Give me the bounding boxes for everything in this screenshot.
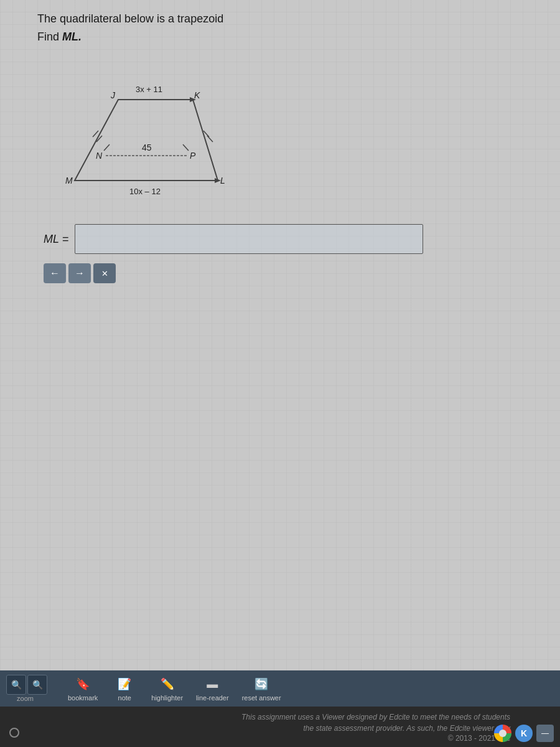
bookmark-icon: 🔖 bbox=[74, 675, 91, 693]
ml-equals-label: ML = bbox=[44, 233, 68, 246]
reset-icon: 🔄 bbox=[253, 675, 270, 693]
zoom-out-button[interactable]: 🔍 bbox=[6, 675, 26, 695]
line-reader-icon: ▬ bbox=[203, 675, 221, 693]
zoom-out-icon: 🔍 bbox=[11, 680, 22, 690]
footer-text-1: This assignment uses a Viewer designed b… bbox=[241, 712, 510, 723]
clear-button[interactable]: ✕ bbox=[93, 263, 116, 283]
note-label: note bbox=[118, 694, 131, 702]
answer-input[interactable] bbox=[75, 224, 423, 254]
note-tool[interactable]: 📝 note bbox=[106, 673, 143, 704]
minimize-icon[interactable]: — bbox=[536, 725, 554, 742]
k-label: K bbox=[521, 728, 527, 738]
note-icon: 📝 bbox=[116, 675, 133, 693]
chrome-icon[interactable] bbox=[494, 725, 511, 742]
vertex-n: N bbox=[96, 151, 103, 161]
nav-buttons: ← → ✕ bbox=[44, 263, 523, 283]
bookmark-tool[interactable]: 🔖 bookmark bbox=[63, 673, 103, 704]
toolbar: 🔍 🔍 zoom 🔖 bookmark 📝 note ✏️ highlighte… bbox=[0, 670, 560, 707]
footer-text-2: the state assessment provider. As such, … bbox=[241, 723, 510, 734]
inner-tick-left bbox=[104, 144, 110, 151]
k-icon[interactable]: K bbox=[515, 725, 533, 742]
answer-section: ML = bbox=[44, 224, 523, 254]
highlighter-tool[interactable]: ✏️ highlighter bbox=[146, 673, 188, 704]
footer-bar: This assignment uses a Viewer designed b… bbox=[0, 707, 560, 747]
highlighter-icon: ✏️ bbox=[159, 675, 176, 693]
tick-right-1 bbox=[207, 136, 213, 142]
copyright-text: © 2013 - 2021 Edc bbox=[241, 734, 510, 743]
find-label: Find bbox=[37, 31, 62, 43]
angle-label: 45 bbox=[142, 143, 152, 153]
line-reader-label: line-reader bbox=[196, 694, 229, 702]
zoom-in-icon: 🔍 bbox=[32, 680, 43, 690]
bookmark-label: bookmark bbox=[68, 694, 98, 702]
inner-tick-right bbox=[183, 144, 189, 151]
problem-title: The quadrilateral below is a trapezoid bbox=[37, 12, 523, 26]
vertex-k: K bbox=[194, 90, 200, 100]
forward-button[interactable]: → bbox=[68, 263, 91, 283]
problem-subtitle: Find ML. bbox=[37, 31, 523, 44]
radio-button[interactable] bbox=[9, 728, 19, 738]
question-container: The quadrilateral below is a trapezoid F… bbox=[37, 12, 523, 283]
zoom-section: 🔍 🔍 zoom bbox=[6, 675, 54, 702]
vertex-p: P bbox=[190, 151, 196, 161]
highlighter-label: highlighter bbox=[151, 694, 183, 702]
zoom-in-button[interactable]: 🔍 bbox=[27, 675, 47, 695]
chrome-inner-circle bbox=[499, 730, 506, 737]
ml-find: ML. bbox=[62, 31, 82, 43]
vertex-l: L bbox=[220, 176, 225, 186]
trapezoid-shape bbox=[75, 100, 218, 181]
bottom-icons: K — bbox=[494, 725, 554, 742]
tick-left-1 bbox=[93, 131, 98, 137]
reset-answer-tool[interactable]: 🔄 reset answer bbox=[237, 673, 286, 704]
diagram-area: J K L M N P 3x + 11 10x – 12 45 bbox=[56, 56, 255, 205]
trapezoid-diagram: J K L M N P 3x + 11 10x – 12 45 bbox=[56, 56, 255, 205]
content-area: The quadrilateral below is a trapezoid F… bbox=[0, 0, 560, 672]
x-icon: ✕ bbox=[101, 269, 108, 278]
back-button[interactable]: ← bbox=[44, 263, 66, 283]
screen: The quadrilateral below is a trapezoid F… bbox=[0, 0, 560, 747]
bottom-expression: 10x – 12 bbox=[129, 187, 161, 196]
top-expression: 3x + 11 bbox=[136, 85, 162, 94]
reset-answer-label: reset answer bbox=[242, 694, 281, 702]
vertex-m: M bbox=[65, 176, 73, 186]
zoom-controls: 🔍 🔍 bbox=[6, 675, 47, 695]
line-reader-tool[interactable]: ▬ line-reader bbox=[191, 673, 234, 704]
minimize-symbol: — bbox=[541, 729, 549, 738]
zoom-label: zoom bbox=[17, 695, 34, 702]
vertex-j: J bbox=[110, 90, 116, 100]
